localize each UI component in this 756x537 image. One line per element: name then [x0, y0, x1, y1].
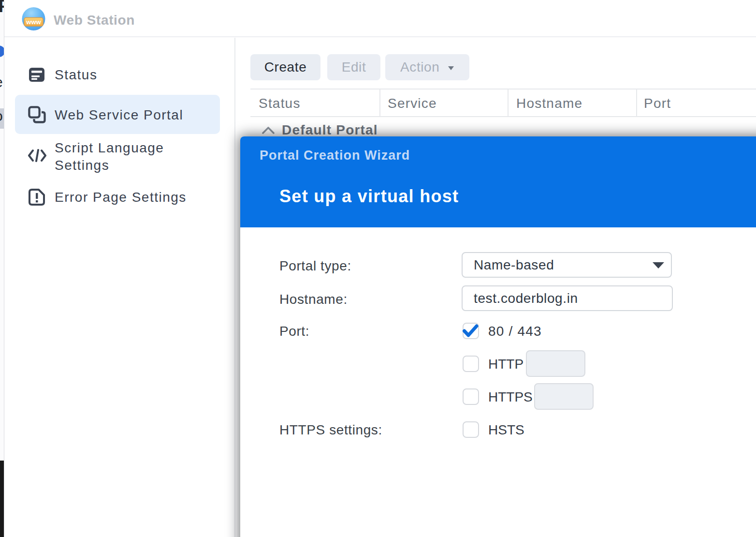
svg-text:www: www [26, 18, 41, 26]
